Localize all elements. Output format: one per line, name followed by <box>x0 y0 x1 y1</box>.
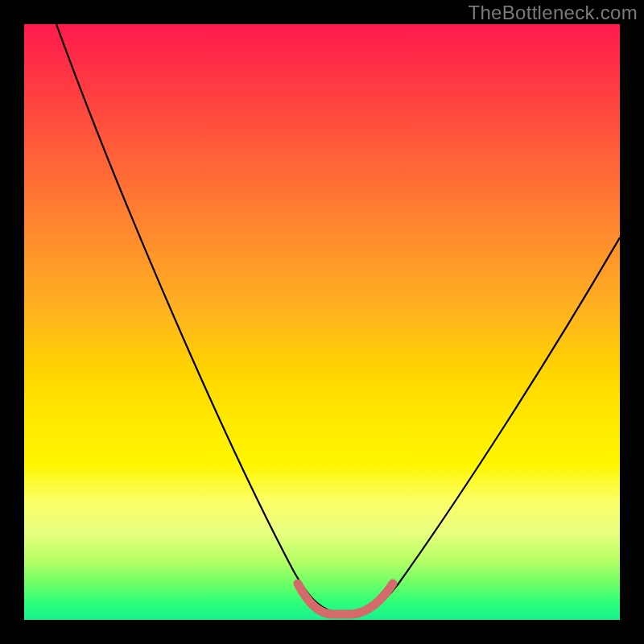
plot-area <box>24 24 620 620</box>
curve-svg <box>24 24 620 620</box>
watermark-text: TheBottleneck.com <box>468 2 638 24</box>
chart-frame: TheBottleneck.com <box>0 0 644 644</box>
optimal-zone <box>298 584 393 614</box>
bottleneck-curve <box>56 24 620 613</box>
